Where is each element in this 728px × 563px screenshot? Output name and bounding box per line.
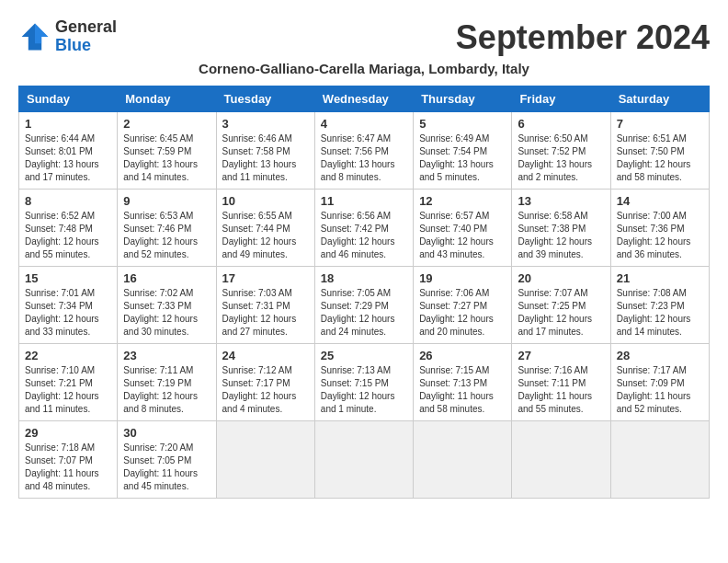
- calendar-cell-empty: [216, 421, 314, 499]
- day-info: Sunrise: 7:01 AMSunset: 7:34 PMDaylight:…: [25, 287, 111, 339]
- calendar-cell-12: 12Sunrise: 6:57 AMSunset: 7:40 PMDayligh…: [414, 190, 512, 267]
- day-info: Sunrise: 6:58 AMSunset: 7:38 PMDaylight:…: [518, 210, 604, 261]
- calendar-cell-27: 27Sunrise: 7:16 AMSunset: 7:11 PMDayligh…: [512, 344, 610, 421]
- logo-blue: Blue: [55, 37, 117, 55]
- calendar-weekday-sunday: Sunday: [19, 86, 118, 112]
- day-number: 18: [321, 271, 407, 285]
- day-number: 24: [222, 349, 309, 362]
- logo: General Blue: [18, 18, 117, 55]
- day-info: Sunrise: 7:18 AMSunset: 7:07 PMDaylight:…: [25, 442, 111, 493]
- calendar-cell-empty: [314, 421, 413, 499]
- calendar-cell-21: 21Sunrise: 7:08 AMSunset: 7:23 PMDayligh…: [610, 267, 709, 344]
- day-info: Sunrise: 6:56 AMSunset: 7:42 PMDaylight:…: [321, 210, 407, 261]
- day-number: 19: [419, 271, 506, 285]
- header: General Blue September 2024: [18, 18, 710, 57]
- calendar-cell-28: 28Sunrise: 7:17 AMSunset: 7:09 PMDayligh…: [610, 344, 709, 421]
- calendar-cell-9: 9Sunrise: 6:53 AMSunset: 7:46 PMDaylight…: [118, 190, 216, 267]
- calendar-weekday-friday: Friday: [512, 86, 610, 112]
- calendar-cell-empty: [414, 421, 512, 499]
- calendar-cell-empty: [512, 421, 610, 499]
- calendar-cell-29: 29Sunrise: 7:18 AMSunset: 7:07 PMDayligh…: [19, 421, 118, 499]
- day-info: Sunrise: 6:49 AMSunset: 7:54 PMDaylight:…: [419, 132, 506, 184]
- day-number: 28: [617, 349, 703, 362]
- day-info: Sunrise: 7:00 AMSunset: 7:36 PMDaylight:…: [617, 210, 703, 261]
- day-info: Sunrise: 7:07 AMSunset: 7:25 PMDaylight:…: [518, 287, 604, 339]
- day-number: 1: [25, 117, 111, 131]
- calendar-cell-5: 5Sunrise: 6:49 AMSunset: 7:54 PMDaylight…: [414, 112, 512, 190]
- svg-marker-1: [35, 23, 48, 43]
- logo-text: General Blue: [55, 18, 117, 55]
- day-number: 30: [123, 426, 210, 440]
- day-info: Sunrise: 7:15 AMSunset: 7:13 PMDaylight:…: [419, 364, 506, 416]
- calendar-cell-20: 20Sunrise: 7:07 AMSunset: 7:25 PMDayligh…: [512, 267, 610, 344]
- calendar-cell-30: 30Sunrise: 7:20 AMSunset: 7:05 PMDayligh…: [118, 421, 216, 499]
- calendar-cell-2: 2Sunrise: 6:45 AMSunset: 7:59 PMDaylight…: [118, 112, 216, 190]
- calendar-cell-empty: [610, 421, 709, 499]
- calendar-cell-7: 7Sunrise: 6:51 AMSunset: 7:50 PMDaylight…: [610, 112, 709, 190]
- day-number: 11: [321, 194, 407, 208]
- day-number: 4: [321, 117, 407, 131]
- logo-general: General: [55, 18, 117, 37]
- calendar-cell-4: 4Sunrise: 6:47 AMSunset: 7:56 PMDaylight…: [314, 112, 413, 190]
- calendar-week-row-3: 15Sunrise: 7:01 AMSunset: 7:34 PMDayligh…: [19, 267, 710, 344]
- day-info: Sunrise: 6:57 AMSunset: 7:40 PMDaylight:…: [419, 210, 506, 261]
- day-number: 10: [222, 194, 309, 208]
- day-number: 5: [419, 117, 506, 131]
- calendar-weekday-wednesday: Wednesday: [314, 86, 413, 112]
- page-container: General Blue September 2024 Corneno-Gall…: [18, 18, 710, 499]
- day-info: Sunrise: 7:16 AMSunset: 7:11 PMDaylight:…: [518, 364, 604, 416]
- calendar-cell-16: 16Sunrise: 7:02 AMSunset: 7:33 PMDayligh…: [118, 267, 216, 344]
- day-info: Sunrise: 6:45 AMSunset: 7:59 PMDaylight:…: [123, 132, 210, 184]
- day-number: 13: [518, 194, 604, 208]
- day-number: 20: [518, 271, 604, 285]
- calendar-header-row: SundayMondayTuesdayWednesdayThursdayFrid…: [19, 86, 710, 112]
- calendar-weekday-monday: Monday: [118, 86, 216, 112]
- calendar-cell-10: 10Sunrise: 6:55 AMSunset: 7:44 PMDayligh…: [216, 190, 314, 267]
- day-number: 29: [25, 426, 111, 440]
- day-number: 22: [25, 349, 111, 362]
- day-number: 12: [419, 194, 506, 208]
- day-info: Sunrise: 6:50 AMSunset: 7:52 PMDaylight:…: [518, 132, 604, 184]
- calendar-cell-14: 14Sunrise: 7:00 AMSunset: 7:36 PMDayligh…: [610, 190, 709, 267]
- day-number: 16: [123, 271, 210, 285]
- calendar-week-row-1: 1Sunrise: 6:44 AMSunset: 8:01 PMDaylight…: [19, 112, 710, 190]
- calendar-cell-1: 1Sunrise: 6:44 AMSunset: 8:01 PMDaylight…: [19, 112, 118, 190]
- calendar-cell-11: 11Sunrise: 6:56 AMSunset: 7:42 PMDayligh…: [314, 190, 413, 267]
- calendar-cell-3: 3Sunrise: 6:46 AMSunset: 7:58 PMDaylight…: [216, 112, 314, 190]
- day-number: 25: [321, 349, 407, 362]
- calendar-cell-19: 19Sunrise: 7:06 AMSunset: 7:27 PMDayligh…: [414, 267, 512, 344]
- day-info: Sunrise: 6:52 AMSunset: 7:48 PMDaylight:…: [25, 210, 111, 261]
- calendar-cell-25: 25Sunrise: 7:13 AMSunset: 7:15 PMDayligh…: [314, 344, 413, 421]
- day-number: 26: [419, 349, 506, 362]
- day-info: Sunrise: 7:05 AMSunset: 7:29 PMDaylight:…: [321, 287, 407, 339]
- day-number: 27: [518, 349, 604, 362]
- calendar-cell-23: 23Sunrise: 7:11 AMSunset: 7:19 PMDayligh…: [118, 344, 216, 421]
- day-info: Sunrise: 6:44 AMSunset: 8:01 PMDaylight:…: [25, 132, 111, 184]
- calendar-cell-6: 6Sunrise: 6:50 AMSunset: 7:52 PMDaylight…: [512, 112, 610, 190]
- calendar-weekday-thursday: Thursday: [414, 86, 512, 112]
- calendar-cell-26: 26Sunrise: 7:15 AMSunset: 7:13 PMDayligh…: [414, 344, 512, 421]
- day-number: 8: [25, 194, 111, 208]
- day-info: Sunrise: 6:55 AMSunset: 7:44 PMDaylight:…: [222, 210, 309, 261]
- calendar-cell-17: 17Sunrise: 7:03 AMSunset: 7:31 PMDayligh…: [216, 267, 314, 344]
- page-subtitle: Corneno-Galliano-Carella Mariaga, Lombar…: [18, 61, 710, 76]
- day-info: Sunrise: 6:47 AMSunset: 7:56 PMDaylight:…: [321, 132, 407, 184]
- day-info: Sunrise: 6:46 AMSunset: 7:58 PMDaylight:…: [222, 132, 309, 184]
- day-number: 6: [518, 117, 604, 131]
- day-number: 9: [123, 194, 210, 208]
- calendar-cell-22: 22Sunrise: 7:10 AMSunset: 7:21 PMDayligh…: [19, 344, 118, 421]
- day-number: 15: [25, 271, 111, 285]
- day-info: Sunrise: 6:53 AMSunset: 7:46 PMDaylight:…: [123, 210, 210, 261]
- day-info: Sunrise: 7:20 AMSunset: 7:05 PMDaylight:…: [123, 442, 210, 493]
- day-number: 14: [617, 194, 703, 208]
- day-info: Sunrise: 7:12 AMSunset: 7:17 PMDaylight:…: [222, 364, 309, 416]
- day-info: Sunrise: 7:13 AMSunset: 7:15 PMDaylight:…: [321, 364, 407, 416]
- day-info: Sunrise: 6:51 AMSunset: 7:50 PMDaylight:…: [617, 132, 703, 184]
- day-info: Sunrise: 7:03 AMSunset: 7:31 PMDaylight:…: [222, 287, 309, 339]
- calendar-week-row-4: 22Sunrise: 7:10 AMSunset: 7:21 PMDayligh…: [19, 344, 710, 421]
- day-number: 17: [222, 271, 309, 285]
- day-number: 3: [222, 117, 309, 131]
- calendar-cell-18: 18Sunrise: 7:05 AMSunset: 7:29 PMDayligh…: [314, 267, 413, 344]
- day-info: Sunrise: 7:17 AMSunset: 7:09 PMDaylight:…: [617, 364, 703, 416]
- calendar-weekday-tuesday: Tuesday: [216, 86, 314, 112]
